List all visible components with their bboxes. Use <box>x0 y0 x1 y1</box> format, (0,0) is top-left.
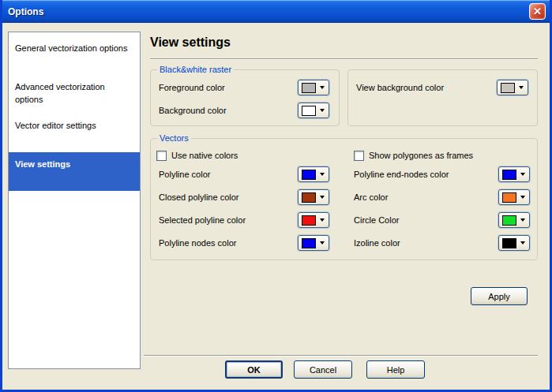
footer-separator <box>144 355 538 357</box>
bw-raster-group: Black&white raster Foreground color Back… <box>150 69 340 126</box>
selected-polyline-color-dropdown[interactable] <box>298 212 329 228</box>
color-row: View background color <box>356 80 528 95</box>
color-row: Polyline color <box>159 166 329 182</box>
foreground-color-label: Foreground color <box>159 83 225 92</box>
chevron-down-icon <box>320 196 325 199</box>
dialog-body: General vectorization options Advanced v… <box>2 23 550 390</box>
color-row: Izoline color <box>354 235 530 251</box>
izoline-color-label: Izoline color <box>354 238 400 248</box>
chevron-down-icon <box>320 241 325 245</box>
show-polygones-as-frames-checkbox[interactable] <box>354 151 364 161</box>
color-swatch <box>502 215 516 226</box>
sidebar-item-general-vectorization-options[interactable]: General vectorization options <box>9 36 140 75</box>
background-color-dropdown[interactable] <box>298 103 329 118</box>
sidebar-item-vector-editor-settings[interactable]: Vector editor settings <box>9 114 140 152</box>
view-background-group: View background color <box>347 69 538 126</box>
titlebar[interactable]: Options ✕ <box>2 0 550 23</box>
chevron-down-icon <box>520 218 525 222</box>
closed-polyline-color-label: Closed polyline color <box>159 192 239 202</box>
color-swatch <box>302 170 316 180</box>
color-swatch <box>302 192 316 203</box>
polyline-end-nodes-color-dropdown[interactable] <box>498 166 530 182</box>
polyline-color-label: Polyline color <box>159 170 210 179</box>
sidebar-item-label: Advanced vectorization options <box>15 82 105 104</box>
color-row: Selected polyline color <box>159 212 329 228</box>
color-swatch <box>502 170 516 180</box>
page-title: View settings <box>150 35 231 50</box>
settings-category-list: General vectorization options Advanced v… <box>8 32 141 369</box>
color-swatch <box>302 106 316 116</box>
cancel-button[interactable]: Cancel <box>294 360 352 379</box>
polyline-nodes-color-dropdown[interactable] <box>298 235 329 251</box>
vectors-group: Vectors Use native colors Show polygones… <box>150 138 538 260</box>
chevron-down-icon <box>520 196 525 199</box>
sidebar-item-label: View settings <box>15 159 70 169</box>
sidebar-item-advanced-vectorization-options[interactable]: Advanced vectorization options <box>9 75 140 114</box>
apply-button[interactable]: Apply <box>471 287 528 305</box>
sidebar-item-label: General vectorization options <box>15 43 127 53</box>
color-swatch <box>502 238 516 248</box>
izoline-color-dropdown[interactable] <box>498 235 530 251</box>
help-button[interactable]: Help <box>366 360 425 379</box>
selected-polyline-color-label: Selected polyline color <box>159 215 246 225</box>
background-color-label: Background color <box>159 106 227 115</box>
color-swatch <box>302 215 316 226</box>
color-row: Polyline nodes color <box>159 235 329 251</box>
chevron-down-icon <box>520 241 525 245</box>
checkbox-row: Show polygones as frames <box>354 150 473 161</box>
window-title: Options <box>2 6 43 17</box>
ok-button[interactable]: OK <box>225 360 283 379</box>
color-swatch <box>302 83 316 93</box>
color-row: Polyline end-nodes color <box>354 166 530 182</box>
chevron-down-icon <box>320 109 325 112</box>
use-native-colors-checkbox[interactable] <box>156 151 167 161</box>
polyline-nodes-color-label: Polyline nodes color <box>159 238 236 248</box>
close-button[interactable]: ✕ <box>529 3 546 20</box>
chevron-down-icon <box>320 218 325 222</box>
view-background-color-label: View background color <box>356 83 444 92</box>
color-row: Circle Color <box>354 212 530 228</box>
circle-color-label: Circle Color <box>354 215 399 225</box>
arc-color-dropdown[interactable] <box>498 189 530 205</box>
circle-color-dropdown[interactable] <box>498 212 530 228</box>
close-icon: ✕ <box>533 6 542 17</box>
polyline-color-dropdown[interactable] <box>298 166 329 182</box>
view-background-color-dropdown[interactable] <box>497 80 528 95</box>
show-polygones-as-frames-label: Show polygones as frames <box>369 151 473 160</box>
vectors-group-title: Vectors <box>157 133 191 144</box>
polyline-end-nodes-color-label: Polyline end-nodes color <box>354 170 449 179</box>
bw-raster-group-title: Black&white raster <box>157 64 234 75</box>
color-row: Arc color <box>354 189 530 205</box>
chevron-down-icon <box>519 86 524 89</box>
chevron-down-icon <box>320 86 325 89</box>
options-dialog: Options ✕ General vectorization options … <box>0 0 552 392</box>
closed-polyline-color-dropdown[interactable] <box>298 189 329 205</box>
color-row: Closed polyline color <box>159 189 329 205</box>
color-row: Foreground color <box>159 80 329 95</box>
chevron-down-icon <box>520 173 525 176</box>
color-swatch <box>302 238 316 248</box>
color-swatch <box>501 83 515 93</box>
color-row: Background color <box>159 103 329 118</box>
checkbox-row: Use native colors <box>156 150 238 161</box>
chevron-down-icon <box>320 173 325 176</box>
heading-separator <box>150 58 538 60</box>
arc-color-label: Arc color <box>354 192 388 202</box>
sidebar-item-label: Vector editor settings <box>15 121 96 130</box>
color-swatch <box>502 192 516 203</box>
sidebar-item-view-settings[interactable]: View settings <box>9 152 140 191</box>
use-native-colors-label: Use native colors <box>171 151 238 160</box>
foreground-color-dropdown[interactable] <box>298 80 329 95</box>
